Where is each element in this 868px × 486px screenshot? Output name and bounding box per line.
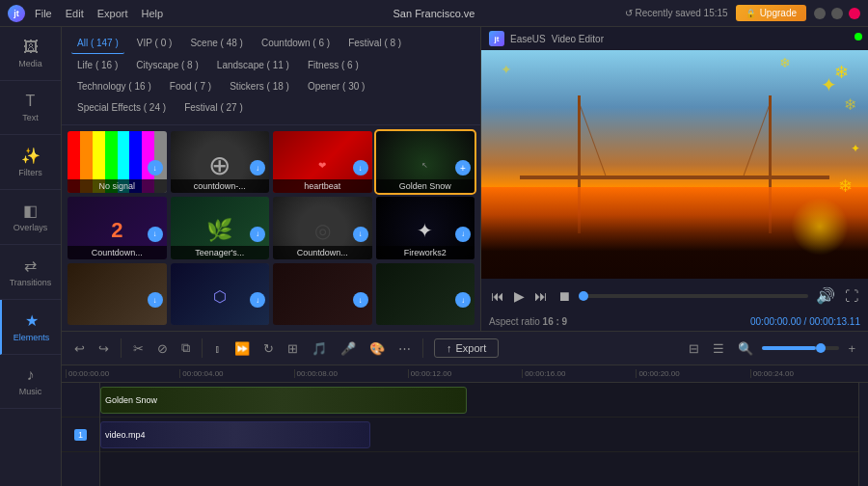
skip-forward-button[interactable]: ⏭ <box>532 286 550 306</box>
preview-active-indicator <box>854 33 862 40</box>
zoom-out-button[interactable]: 🔍 <box>733 338 758 360</box>
crop-button[interactable]: ⊞ <box>283 338 303 360</box>
cut-button[interactable]: ✂ <box>128 338 149 360</box>
download-badge-6[interactable]: ↓ <box>250 227 265 242</box>
download-badge-8[interactable]: ↓ <box>455 227 471 242</box>
tag-opener[interactable]: Opener ( 30 ) <box>302 77 370 96</box>
download-badge-11[interactable]: ↓ <box>353 292 368 308</box>
download-badge-5[interactable]: ↓ <box>148 227 163 242</box>
menu-file[interactable]: File <box>35 8 52 19</box>
grid-item-misc3[interactable]: ↓ <box>273 263 372 325</box>
sidebar-item-overlays[interactable]: ◧ Overlays <box>0 190 61 245</box>
toolbar: ↩ ↪ ✂ ⊘ ⧉ ⫾ ⏩ ↻ ⊞ 🎵 🎤 🎨 ⋯ ↑ Export ⊟ ☰ 🔍 <box>62 331 868 365</box>
play-button[interactable]: ▶ <box>512 286 527 306</box>
grid-item-countdown2[interactable]: 2 ↓ Countdown... <box>68 197 167 258</box>
fullscreen-button[interactable]: ⛶ <box>843 286 860 306</box>
delete-button[interactable]: ⊘ <box>152 338 173 360</box>
tag-countdown[interactable]: Countdown ( 6 ) <box>256 34 336 53</box>
sidebar-item-elements[interactable]: ★ Elements <box>0 300 61 355</box>
timeline-scrollbar[interactable] <box>858 383 868 486</box>
sidebar-item-media[interactable]: 🖼 Media <box>0 27 61 81</box>
playback-progress[interactable] <box>579 294 808 298</box>
tag-fitness[interactable]: Fitness ( 6 ) <box>302 56 365 75</box>
skip-back-button[interactable]: ⏮ <box>489 286 506 306</box>
gold-glow <box>791 198 849 256</box>
tag-vip[interactable]: VIP ( 0 ) <box>131 34 178 53</box>
close-button[interactable] <box>849 8 860 19</box>
video-clip-label: video.mp4 <box>105 430 146 440</box>
fireworks2-label: Fireworks2 <box>376 246 475 259</box>
grid-item-misc4[interactable]: ↓ <box>376 263 475 325</box>
countdown3-icon: ◎ <box>314 219 331 242</box>
grid-item-heartbeat[interactable]: ❤ ↓ heartbeat <box>273 131 372 193</box>
countdown2-label: Countdown... <box>68 246 167 259</box>
rotate-button[interactable]: ↻ <box>258 338 279 360</box>
sidebar-item-filters[interactable]: ✨ Filters <box>0 135 61 190</box>
color-button[interactable]: 🎨 <box>365 338 390 360</box>
menu-export[interactable]: Export <box>97 8 128 19</box>
menu-edit[interactable]: Edit <box>66 8 84 19</box>
export-button[interactable]: ↑ Export <box>434 338 499 358</box>
sidebar-item-text[interactable]: T Text <box>0 81 61 135</box>
timeline-tracks: 1 Golden Snow video.mp4 <box>62 383 868 486</box>
clip-merge-button[interactable]: ⊟ <box>684 338 704 360</box>
download-badge-10[interactable]: ↓ <box>250 292 265 308</box>
download-badge-3[interactable]: ↓ <box>353 160 368 176</box>
tag-special-effects[interactable]: Special Effects ( 24 ) <box>71 98 172 118</box>
grid-item-teenagers[interactable]: 🌿 ↓ Teenager's... <box>171 197 270 258</box>
golden-snow-clip[interactable]: Golden Snow <box>100 387 467 414</box>
track-row-0: Golden Snow <box>100 383 858 418</box>
grid-item-fireworks2[interactable]: ✦ ↓ Fireworks2 <box>376 197 475 258</box>
zoom-in-button[interactable]: + <box>843 338 860 360</box>
download-badge-1[interactable]: ↓ <box>148 160 163 176</box>
tag-cityscape[interactable]: Cityscape ( 8 ) <box>130 56 203 75</box>
download-badge-7[interactable]: ↓ <box>353 227 368 242</box>
sidebar-item-transitions[interactable]: ⇄ Transitions <box>0 245 61 300</box>
preview-app-subtitle: Video Editor <box>552 34 604 44</box>
menu-help[interactable]: Help <box>142 8 164 19</box>
tag-food[interactable]: Food ( 7 ) <box>164 77 217 96</box>
zoom-handle[interactable] <box>816 343 826 353</box>
grid-item-misc1[interactable]: ↓ <box>68 263 167 325</box>
golden-snow-label: Golden Snow <box>376 179 475 193</box>
grid-item-no-signal[interactable]: ↓ No signal <box>68 131 167 193</box>
grid-item-misc2[interactable]: ⬡ ↓ <box>171 263 270 325</box>
tag-scene[interactable]: Scene ( 48 ) <box>184 34 248 53</box>
grid-item-countdown3[interactable]: ◎ ↓ Countdown... <box>273 197 372 258</box>
tag-festival2[interactable]: Festival ( 27 ) <box>178 98 249 118</box>
sidebar-item-music[interactable]: ♪ Music <box>0 355 61 409</box>
tag-all[interactable]: All ( 147 ) <box>71 34 124 54</box>
volume-button[interactable]: 🔊 <box>814 284 837 307</box>
grid-item-golden-snow[interactable]: ↖ + Golden Snow <box>376 131 475 193</box>
tag-technology[interactable]: Technology ( 16 ) <box>71 77 157 96</box>
redo-button[interactable]: ↪ <box>94 338 114 360</box>
download-badge-12[interactable]: ↓ <box>455 292 471 308</box>
speed-button[interactable]: ⏩ <box>230 338 255 360</box>
maximize-button[interactable] <box>831 8 843 19</box>
grid-item-countdown1[interactable]: ⊕ ↓ countdown-... <box>171 131 270 193</box>
upgrade-button[interactable]: Upgrade <box>736 5 806 21</box>
video-clip[interactable]: video.mp4 <box>100 421 370 448</box>
captions-button[interactable]: ☰ <box>708 338 729 360</box>
menu-bar: File Edit Export Help <box>35 8 163 19</box>
split-button[interactable]: ⫾ <box>209 338 226 360</box>
zoom-slider[interactable] <box>762 346 839 350</box>
minimize-button[interactable] <box>814 8 826 19</box>
tag-landscape[interactable]: Landscape ( 11 ) <box>211 56 295 75</box>
app-logo: jt <box>8 5 25 22</box>
preview-canvas[interactable]: ❄ ❄ ✦ ❄ ✦ ❄ ✦ <box>481 50 868 279</box>
copy-button[interactable]: ⧉ <box>176 337 195 360</box>
progress-handle[interactable] <box>579 291 588 301</box>
more-button[interactable]: ⋯ <box>393 338 416 360</box>
stop-button[interactable]: ⏹ <box>556 286 573 306</box>
tag-stickers[interactable]: Stickers ( 18 ) <box>224 77 295 96</box>
sidebar-music-label: Music <box>19 387 42 396</box>
tag-festival1[interactable]: Festival ( 8 ) <box>342 34 407 53</box>
audio-button[interactable]: 🎵 <box>307 338 332 360</box>
undo-button[interactable]: ↩ <box>69 338 90 360</box>
mic-button[interactable]: 🎤 <box>336 338 361 360</box>
download-badge-9[interactable]: ↓ <box>148 292 163 308</box>
fireworks-icon: ✦ <box>417 219 433 242</box>
transitions-icon: ⇄ <box>24 256 37 275</box>
tag-life[interactable]: Life ( 16 ) <box>71 56 123 75</box>
